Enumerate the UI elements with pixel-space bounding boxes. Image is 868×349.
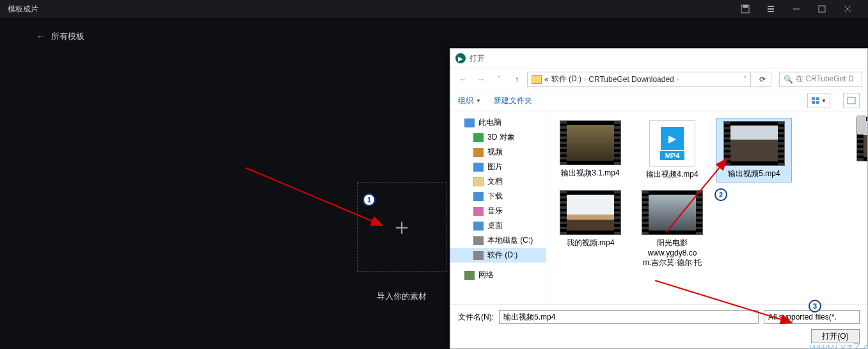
annotation-badge-3: 3 (809, 300, 821, 312)
svg-rect-19 (848, 97, 855, 104)
dialog-titlebar: ▶ 打开 (450, 49, 867, 68)
tree-3d-objects[interactable]: 3D 对象 (450, 130, 546, 145)
search-input[interactable]: 🔍 在 CRTubeGet D (779, 72, 862, 87)
dialog-nav: ← → ˅ ↑ « 软件 (D:) › CRTubeGet Downloaded… (450, 68, 867, 90)
new-folder-button[interactable]: 新建文件夹 (494, 95, 532, 106)
tree-network[interactable]: 网络 (450, 268, 546, 282)
plus-icon: ＋ (390, 211, 413, 243)
file-list[interactable]: 输出视频3.1.mp4 ▶ MP4 输出视频4.mp4 输出视频5.mp4 我的… (546, 111, 867, 304)
organize-button[interactable]: 组织 ▼ (458, 95, 481, 106)
annotation-badge-2: 2 (714, 188, 727, 201)
folder-tree[interactable]: 此电脑 3D 对象 视频 图片 文档 下载 音乐 桌面 本地磁盘 (C:) 软件… (450, 111, 546, 304)
tree-disk-c[interactable]: 本地磁盘 (C:) (450, 233, 546, 248)
folder-icon (532, 75, 542, 84)
list-icon[interactable] (758, 0, 784, 18)
svg-rect-16 (816, 97, 819, 100)
chevron-right-icon: › (584, 76, 586, 83)
chevron-right-icon: › (677, 76, 679, 83)
filename-label: 文件名(N): (458, 312, 494, 323)
nav-up-button[interactable]: ↑ (509, 72, 525, 87)
file-item-selected[interactable]: 输出视频5.mp4 (716, 118, 792, 183)
tree-pictures[interactable]: 图片 (450, 159, 546, 174)
svg-rect-1 (743, 5, 748, 8)
open-button[interactable]: 打开(O) (811, 329, 860, 343)
chevron-down-icon[interactable]: ˅ (743, 76, 746, 83)
tree-this-pc[interactable]: 此电脑 (450, 115, 546, 130)
save-icon[interactable] (732, 0, 758, 18)
close-button[interactable] (835, 0, 860, 18)
file-name: 阳光电影 www.ygdy8.co m.吉尔莫·德尔·托 (643, 238, 702, 268)
svg-rect-17 (812, 101, 815, 104)
dialog-main: 此电脑 3D 对象 视频 图片 文档 下载 音乐 桌面 本地磁盘 (C:) 软件… (450, 111, 867, 304)
file-item[interactable]: 阳光电影 www.ygdy8.co m.吉尔莫·德尔·托 (635, 188, 710, 271)
file-name: 输出视频3.1.mp4 (561, 168, 619, 179)
mp4-file-icon: ▶ MP4 (649, 120, 695, 166)
tree-music[interactable]: 音乐 (450, 204, 546, 218)
app-title: 模板成片 (8, 4, 732, 15)
breadcrumb-part-1[interactable]: 软件 (D:) (551, 74, 581, 85)
tree-documents[interactable]: 文档 (450, 174, 546, 189)
nav-forward-button: → (473, 72, 489, 87)
help-button[interactable] (843, 93, 860, 108)
file-name: 输出视频4.mp4 (646, 169, 698, 180)
svg-rect-18 (816, 101, 819, 104)
dialog-bottom: 文件名(N): All supported files(*. 打开(O) (450, 304, 867, 348)
app-titlebar: 模板成片 (0, 0, 868, 18)
file-item[interactable]: ▶ MP4 输出视频4.mp4 (635, 118, 710, 183)
search-placeholder: 在 CRTubeGet D (796, 74, 854, 85)
breadcrumb-part-2[interactable]: CRTubeGet Downloaded (588, 75, 674, 84)
app-icon: ▶ (455, 53, 466, 63)
drop-caption: 导入你的素材 (357, 291, 446, 302)
maximize-button[interactable] (809, 0, 835, 18)
annotation-badge-1: 1 (363, 193, 375, 206)
view-options-button[interactable]: ▼ (807, 93, 830, 108)
file-item[interactable]: 输出视频3.1.mp4 (553, 118, 628, 183)
tree-videos[interactable]: 视频 (450, 145, 546, 159)
search-icon: 🔍 (784, 75, 793, 84)
scrollbar[interactable] (857, 115, 866, 134)
address-bar[interactable]: « 软件 (D:) › CRTubeGet Downloaded › ˅ (527, 72, 751, 87)
file-name: 我的视频.mp4 (567, 238, 615, 248)
tree-downloads[interactable]: 下载 (450, 189, 546, 204)
nav-recent-button[interactable]: ˅ (491, 72, 507, 87)
dialog-toolbar: 组织 ▼ 新建文件夹 ▼ (450, 90, 867, 111)
file-name: 输出视频5.mp4 (728, 168, 780, 179)
file-open-dialog: ▶ 打开 ← → ˅ ↑ « 软件 (D:) › CRTubeGet Downl… (450, 48, 868, 349)
dialog-title: 打开 (470, 53, 485, 64)
back-label: 所有模板 (51, 31, 84, 42)
nav-back-button[interactable]: ← (455, 72, 471, 87)
svg-rect-6 (819, 6, 825, 12)
breadcrumb-ellipsis: « (544, 75, 549, 84)
chevron-down-icon: ▼ (821, 98, 826, 104)
chevron-down-icon: ▼ (476, 98, 481, 104)
minimize-button[interactable] (784, 0, 809, 18)
refresh-button[interactable]: ⟳ (754, 72, 771, 87)
filetype-select[interactable]: All supported files(*. (764, 310, 860, 324)
filename-input[interactable] (499, 310, 759, 324)
tree-desktop[interactable]: 桌面 (450, 218, 546, 233)
back-arrow-icon: ← (36, 31, 46, 42)
file-item[interactable]: 我的视频.mp4 (553, 188, 628, 271)
tree-disk-d[interactable]: 软件 (D:) (450, 248, 546, 263)
svg-rect-15 (812, 97, 815, 100)
